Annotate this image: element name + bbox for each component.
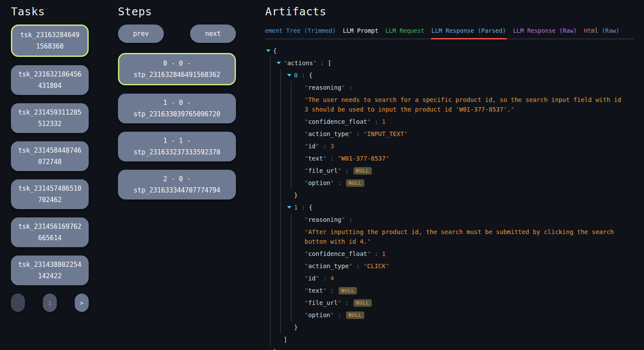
task-item[interactable]: tsk_231459311205512332 [11, 103, 89, 133]
indent-guide [291, 248, 291, 260]
collapse-arrow-icon[interactable] [287, 206, 291, 209]
null-badge: NULL [353, 299, 372, 307]
indent-guide [280, 260, 281, 273]
next-page-button[interactable]: > [75, 294, 89, 312]
page-number-button[interactable]: 1 [43, 294, 57, 312]
json-line: "id" : 3 [265, 141, 628, 151]
step-item[interactable]: 1 - 1 - stp_231633237333592370 [118, 132, 236, 161]
indent-guide [280, 116, 281, 128]
tab-element-tree-trimmed-[interactable]: Element Tree (Trimmed) [265, 24, 336, 39]
collapse-arrow-icon[interactable] [277, 62, 281, 64]
indent-guide [270, 152, 270, 165]
task-item[interactable]: tsk_231456169762665614 [11, 217, 89, 247]
indent-guide [291, 128, 291, 140]
json-line: { [265, 46, 628, 56]
indent-guide [291, 81, 291, 94]
step-item[interactable]: 1 - 0 - stp_231633039765096720 [118, 94, 236, 123]
indent-guide [280, 81, 281, 94]
tab-llm-prompt[interactable]: LLM Prompt [343, 24, 378, 39]
tab-llm-response-parsed-[interactable]: LLM Response (Parsed) [432, 24, 506, 39]
indent-guide [280, 201, 281, 214]
json-line: 0 : { [265, 70, 628, 80]
indent-guide [270, 284, 270, 297]
indent-guide [280, 297, 281, 309]
json-line: "file_url" : NULL [265, 166, 628, 175]
task-item[interactable]: tsk_231458448746072748 [11, 141, 89, 171]
indent-guide [270, 69, 270, 82]
indent-guide [280, 128, 281, 140]
indent-guide [280, 94, 281, 116]
collapse-arrow-icon[interactable] [266, 49, 270, 52]
indent-guide [291, 272, 291, 285]
json-line: "reasoning" : [265, 215, 628, 224]
indent-guide [270, 116, 270, 128]
json-line: "reasoning" : [265, 83, 628, 92]
json-line: "text" : "W01-377-8537" [265, 154, 628, 163]
indent-guide [270, 128, 270, 140]
indent-guide [291, 284, 291, 297]
tab-llm-request[interactable]: LLM Request [385, 24, 424, 39]
indent-guide [270, 297, 270, 309]
tasks-panel: Tasks tsk_231632846491568360tsk_23163218… [11, 5, 89, 312]
json-line: "text" : NULL [265, 286, 628, 295]
json-line: "action_type" : "INPUT_TEXT" [265, 129, 628, 139]
prev-page-button[interactable]: < [11, 294, 25, 312]
indent-guide [270, 177, 270, 189]
indent-guide [270, 57, 270, 70]
indent-guide [291, 140, 291, 153]
indent-guide [270, 81, 270, 94]
indent-guide [291, 177, 291, 189]
indent-guide [291, 152, 291, 165]
steps-title: Steps [118, 5, 236, 18]
indent-guide [280, 284, 281, 297]
null-badge: NULL [346, 179, 365, 187]
json-line: "file_url" : NULL [265, 298, 628, 308]
next-step-button[interactable]: next [190, 24, 236, 43]
json-line: } [265, 347, 628, 350]
indent-guide [280, 248, 281, 260]
task-item[interactable]: tsk_231438802254142422 [11, 256, 89, 285]
indent-guide [280, 177, 281, 189]
json-line: "option" : NULL [265, 178, 628, 188]
indent-guide [291, 226, 291, 248]
indent-guide [280, 152, 281, 165]
artifacts-title: Artifacts [265, 5, 634, 18]
indent-guide [280, 321, 281, 334]
indent-guide [270, 272, 270, 285]
tasks-title: Tasks [11, 5, 89, 18]
indent-guide [280, 189, 281, 202]
task-item[interactable]: tsk_231457486510702462 [11, 179, 89, 209]
indent-guide [270, 260, 270, 273]
indent-guide [270, 94, 270, 116]
artifacts-panel: Artifacts Element Tree (Trimmed)LLM Prom… [265, 5, 634, 350]
indent-guide [270, 189, 270, 202]
tab-list: Element Tree (Trimmed)LLM PromptLLM Requ… [265, 24, 634, 39]
steps-panel: Steps prev next 0 - 0 - stp_231632846491… [118, 5, 236, 208]
step-item[interactable]: 2 - 0 - stp_231633344707774794 [118, 170, 236, 200]
task-item[interactable]: tsk_231632186456431804 [11, 65, 89, 95]
tab-html-raw-[interactable]: Html (Raw) [584, 24, 620, 39]
indent-guide [270, 333, 270, 346]
indent-guide [270, 248, 270, 260]
indent-guide [270, 309, 270, 322]
json-line: "option" : NULL [265, 310, 628, 320]
indent-guide [291, 297, 291, 309]
json-line: "action_type" : "CLICK" [265, 261, 628, 271]
indent-guide [291, 260, 291, 273]
null-badge: NULL [339, 287, 357, 294]
null-badge: NULL [346, 312, 365, 319]
json-line: } [265, 322, 628, 332]
indent-guide [270, 140, 270, 153]
prev-step-button[interactable]: prev [118, 24, 164, 43]
json-line: "id" : 4 [265, 273, 628, 283]
indent-guide [280, 226, 281, 248]
indent-guide [270, 201, 270, 214]
indent-guide [280, 272, 281, 285]
indent-guide [291, 214, 291, 226]
indent-guide [270, 164, 270, 177]
task-item[interactable]: tsk_231632846491568360 [11, 24, 89, 57]
step-item[interactable]: 0 - 0 - stp_231632846491568362 [118, 53, 236, 85]
json-line: "After inputting the product id, the sea… [265, 227, 628, 246]
tab-llm-response-raw-[interactable]: LLM Response (Raw) [513, 24, 577, 39]
collapse-arrow-icon[interactable] [287, 74, 291, 77]
